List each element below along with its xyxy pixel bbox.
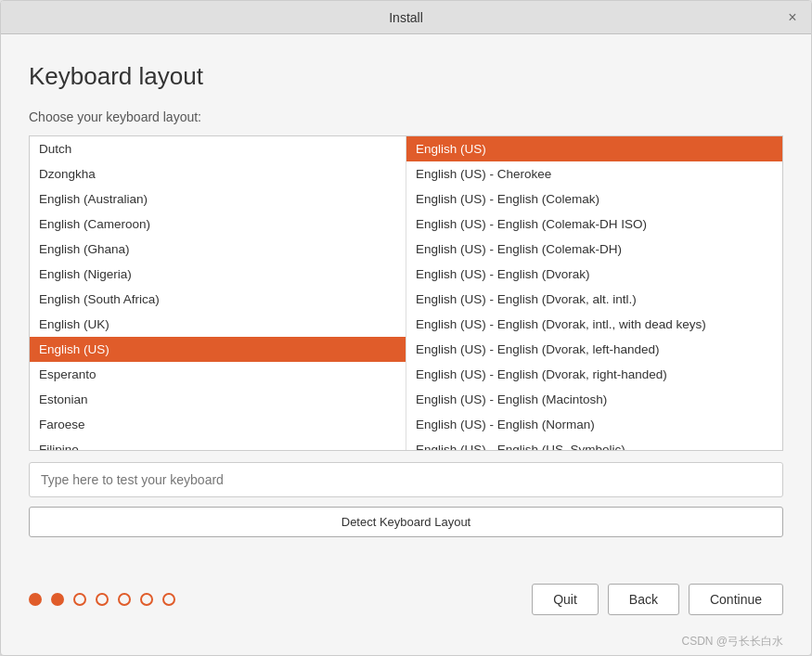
- window-title: Install: [389, 10, 423, 25]
- detect-keyboard-button[interactable]: Detect Keyboard Layout: [29, 507, 783, 537]
- keyboard-test-input[interactable]: [29, 462, 783, 497]
- list-item-selected[interactable]: English (US): [406, 136, 782, 161]
- progress-dot-4: [96, 593, 109, 606]
- list-item[interactable]: Dzongkha: [30, 161, 406, 187]
- back-button[interactable]: Back: [608, 584, 679, 615]
- list-item[interactable]: English (US) - English (US, Symbolic): [406, 437, 782, 450]
- progress-dot-1: [29, 593, 42, 606]
- list-item[interactable]: English (US) - English (Norman): [406, 412, 782, 437]
- progress-dot-6: [140, 593, 153, 606]
- list-item[interactable]: English (South Africa): [30, 287, 406, 312]
- continue-button[interactable]: Continue: [689, 584, 783, 615]
- list-item[interactable]: English (Cameroon): [30, 212, 406, 237]
- list-item[interactable]: Esperanto: [30, 362, 406, 387]
- list-item[interactable]: Faroese: [30, 412, 406, 437]
- nav-buttons: Quit Back Continue: [532, 584, 783, 615]
- progress-dot-2: [51, 593, 64, 606]
- progress-dot-3: [73, 593, 86, 606]
- list-item[interactable]: English (US) - English (Dvorak, left-han…: [406, 337, 782, 362]
- list-item[interactable]: Estonian: [30, 387, 406, 412]
- list-item[interactable]: Filipino: [30, 437, 406, 450]
- variant-list: English (US) English (US) - Cherokee Eng…: [406, 136, 782, 450]
- list-item[interactable]: English (US) - English (Colemak): [406, 187, 782, 212]
- main-content: Keyboard layout Choose your keyboard lay…: [1, 34, 811, 574]
- list-item[interactable]: English (US) - English (Macintosh): [406, 387, 782, 412]
- list-item[interactable]: English (Nigeria): [30, 262, 406, 287]
- list-item-selected[interactable]: English (US): [30, 337, 406, 362]
- titlebar: Install ×: [1, 1, 811, 34]
- install-window: Install × Keyboard layout Choose your ke…: [0, 0, 812, 656]
- list-item[interactable]: English (Australian): [30, 187, 406, 212]
- progress-dot-5: [118, 593, 131, 606]
- subtitle: Choose your keyboard layout:: [29, 109, 783, 124]
- close-button[interactable]: ×: [783, 8, 802, 27]
- list-item[interactable]: English (US) - English (Colemak-DH): [406, 237, 782, 262]
- list-item[interactable]: English (US) - English (Dvorak, right-ha…: [406, 362, 782, 387]
- list-item[interactable]: English (US) - Cherokee: [406, 161, 782, 187]
- list-item[interactable]: English (US) - English (Dvorak, intl., w…: [406, 312, 782, 337]
- progress-dots: [29, 593, 175, 606]
- list-item[interactable]: English (Ghana): [30, 237, 406, 262]
- page-title: Keyboard layout: [29, 62, 783, 91]
- keyboard-layout-lists: Dutch Dzongkha English (Australian) Engl…: [29, 135, 783, 451]
- language-list-panel[interactable]: Dutch Dzongkha English (Australian) Engl…: [30, 136, 406, 450]
- list-item[interactable]: English (UK): [30, 312, 406, 337]
- list-item[interactable]: Dutch: [30, 136, 406, 161]
- list-item[interactable]: English (US) - English (Dvorak, alt. int…: [406, 287, 782, 312]
- language-list: Dutch Dzongkha English (Australian) Engl…: [30, 136, 406, 450]
- watermark: CSDN @弓长长白水: [1, 634, 811, 655]
- list-item[interactable]: English (US) - English (Dvorak): [406, 262, 782, 287]
- progress-dot-7: [162, 593, 175, 606]
- footer: Quit Back Continue: [1, 574, 811, 634]
- list-item[interactable]: English (US) - English (Colemak-DH ISO): [406, 212, 782, 237]
- quit-button[interactable]: Quit: [532, 584, 599, 615]
- variant-list-panel[interactable]: English (US) English (US) - Cherokee Eng…: [406, 136, 782, 450]
